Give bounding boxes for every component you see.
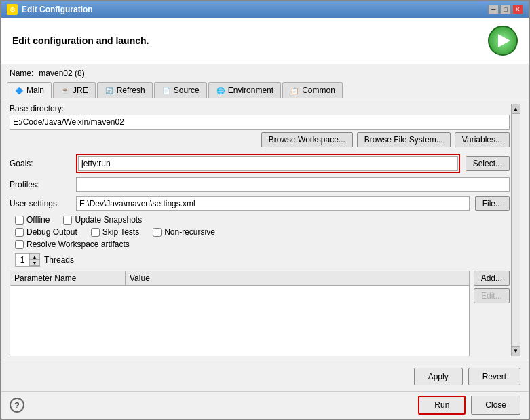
base-directory-input[interactable] [10, 115, 510, 130]
tabs-bar: 🔷 Main ☕ JRE 🔄 Refresh 📄 Source 🌐 Enviro… [1, 82, 529, 98]
tab-environment-label: Environment [228, 85, 273, 95]
title-controls: ─ □ ✕ [488, 5, 523, 14]
parameter-table-section: Parameter Name Value Add... Edit... [10, 271, 510, 356]
resolve-workspace-checkbox-item: Resolve Workspace artifacts [15, 240, 130, 249]
tab-source[interactable]: 📄 Source [154, 82, 207, 98]
title-bar: ⚙ Edit Configuration ─ □ ✕ [1, 1, 529, 18]
browse-buttons-row: Browse Workspace... Browse File System..… [10, 132, 510, 147]
goals-label: Goals: [10, 159, 71, 168]
skip-tests-checkbox-item: Skip Tests [91, 227, 139, 237]
close-button[interactable]: Close [471, 396, 520, 415]
debug-output-checkbox[interactable] [15, 228, 24, 237]
tab-common[interactable]: 📋 Common [282, 82, 343, 98]
source-tab-icon: 📄 [162, 85, 171, 95]
common-tab-icon: 📋 [290, 85, 299, 95]
edit-parameter-button[interactable]: Edit... [474, 288, 510, 303]
table-body [10, 286, 469, 320]
offline-checkbox-item: Offline [15, 215, 50, 225]
base-directory-label: Base directory: [10, 104, 510, 113]
add-parameter-button[interactable]: Add... [474, 271, 510, 286]
revert-button[interactable]: Revert [468, 368, 520, 385]
name-label: Name: [10, 69, 33, 78]
threads-up-arrow[interactable]: ▲ [30, 254, 39, 260]
goals-input-wrapper [76, 154, 460, 173]
variables-button[interactable]: Variables... [455, 132, 510, 147]
update-snapshots-checkbox[interactable] [63, 216, 72, 225]
window-icon: ⚙ [7, 4, 18, 15]
environment-tab-icon: 🌐 [216, 85, 225, 95]
help-button[interactable]: ? [10, 398, 24, 413]
jre-tab-icon: ☕ [60, 85, 70, 95]
threads-label: Threads [44, 255, 74, 265]
main-content: Base directory: Browse Workspace... Brow… [1, 98, 529, 362]
tab-common-label: Common [302, 85, 335, 95]
tab-environment[interactable]: 🌐 Environment [208, 82, 281, 98]
header-area: Edit configuration and launch. [1, 18, 529, 64]
browse-workspace-button[interactable]: Browse Workspace... [261, 132, 353, 147]
resolve-workspace-checkbox[interactable] [15, 240, 24, 249]
tab-main[interactable]: 🔷 Main [7, 82, 52, 98]
table-header: Parameter Name Value [10, 271, 469, 286]
debug-output-label: Debug Output [26, 227, 77, 237]
goals-input[interactable] [78, 156, 458, 171]
offline-checkbox[interactable] [15, 216, 24, 225]
checkbox-row-2: Debug Output Skip Tests Non-recursive [15, 227, 510, 237]
footer-buttons: Run Close [418, 396, 520, 415]
profiles-input[interactable] [76, 177, 510, 192]
maximize-button[interactable]: □ [500, 5, 511, 14]
base-directory-section: Base directory: Browse Workspace... Brow… [10, 104, 510, 150]
scroll-track [512, 114, 520, 346]
main-tab-icon: 🔷 [14, 85, 24, 95]
parameter-name-column-header: Parameter Name [10, 271, 126, 285]
user-settings-row: User settings: File... [10, 196, 510, 211]
tab-jre[interactable]: ☕ JRE [53, 82, 96, 98]
non-recursive-label: Non-recursive [164, 227, 215, 237]
user-settings-label: User settings: [10, 199, 71, 208]
checkboxes-area: Offline Update Snapshots Debug Output Sk… [10, 215, 510, 249]
title-bar-left: ⚙ Edit Configuration [7, 4, 93, 15]
debug-output-checkbox-item: Debug Output [15, 227, 77, 237]
tab-source-label: Source [174, 85, 200, 95]
run-icon-button[interactable] [488, 26, 518, 56]
main-window: ⚙ Edit Configuration ─ □ ✕ Edit configur… [0, 0, 530, 420]
threads-spinner: 1 ▲ ▼ [15, 253, 40, 267]
profiles-row: Profiles: [10, 177, 510, 192]
parameter-table: Parameter Name Value [10, 271, 470, 356]
user-settings-input[interactable] [76, 196, 470, 211]
profiles-label: Profiles: [10, 180, 71, 189]
goals-select-button[interactable]: Select... [466, 156, 510, 171]
skip-tests-checkbox[interactable] [91, 228, 100, 237]
non-recursive-checkbox[interactable] [153, 228, 162, 237]
name-row: Name: maven02 (8) [1, 64, 529, 82]
resolve-workspace-label: Resolve Workspace artifacts [26, 240, 130, 249]
table-buttons: Add... Edit... [474, 271, 510, 356]
user-settings-file-button[interactable]: File... [475, 196, 510, 211]
checkbox-row-3: Resolve Workspace artifacts [15, 240, 510, 249]
scroll-down-arrow[interactable]: ▼ [512, 346, 520, 356]
play-triangle-icon [498, 34, 510, 47]
offline-label: Offline [26, 215, 50, 225]
checkbox-row-1: Offline Update Snapshots [15, 215, 510, 225]
browse-filesystem-button[interactable]: Browse File System... [357, 132, 451, 147]
close-window-button[interactable]: ✕ [512, 5, 523, 14]
threads-down-arrow[interactable]: ▼ [30, 260, 39, 266]
non-recursive-checkbox-item: Non-recursive [153, 227, 215, 237]
vertical-scrollbar[interactable]: ▲ ▼ [511, 104, 520, 356]
footer-row: ? Run Close [1, 391, 529, 419]
goals-row: Goals: Select... [10, 154, 510, 173]
window-title: Edit Configuration [22, 5, 93, 14]
header-title: Edit configuration and launch. [12, 35, 149, 46]
threads-arrows: ▲ ▼ [29, 254, 39, 266]
tab-refresh[interactable]: 🔄 Refresh [97, 82, 153, 98]
minimize-button[interactable]: ─ [488, 5, 499, 14]
tab-refresh-label: Refresh [117, 85, 145, 95]
apply-button[interactable]: Apply [414, 368, 463, 385]
scroll-up-arrow[interactable]: ▲ [512, 104, 520, 114]
run-button[interactable]: Run [418, 396, 466, 415]
update-snapshots-checkbox-item: Update Snapshots [63, 215, 142, 225]
threads-value: 1 [16, 255, 29, 265]
value-column-header: Value [126, 271, 469, 285]
apply-revert-row: Apply Revert [1, 362, 529, 391]
skip-tests-label: Skip Tests [102, 227, 139, 237]
refresh-tab-icon: 🔄 [105, 85, 114, 95]
